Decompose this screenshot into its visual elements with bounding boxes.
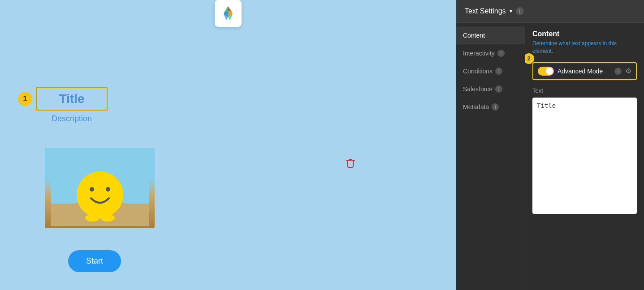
sidebar: Text Settings ▾ i Content Interactivity … xyxy=(456,0,644,290)
svg-marker-0 xyxy=(228,6,232,12)
desc-plain-text: Determine what text appears in xyxy=(532,40,608,47)
advanced-mode-row: Advanced Mode i ⚙ xyxy=(532,62,637,80)
settings-info-icon[interactable]: i xyxy=(516,7,524,15)
text-input[interactable] xyxy=(532,98,637,214)
sidebar-item-label: Metadata xyxy=(463,103,489,111)
desc-end-text: . xyxy=(552,48,553,54)
info-icon: i xyxy=(495,85,502,93)
svg-point-9 xyxy=(77,171,123,218)
svg-point-10 xyxy=(90,187,94,192)
sidebar-item-label: Interactivity xyxy=(463,50,495,57)
svg-point-12 xyxy=(85,214,99,222)
top-bar xyxy=(0,0,456,27)
sidebar-header: Text Settings ▾ i xyxy=(456,0,644,23)
chevron-down-icon[interactable]: ▾ xyxy=(510,8,512,14)
nav-panel: Content Interactivity i Conditions i Sal… xyxy=(456,23,525,290)
content-panel: Content Determine what text appears in t… xyxy=(525,23,644,290)
sidebar-item-label: Conditions xyxy=(463,68,493,75)
sidebar-item-salesforce[interactable]: Salesforce i xyxy=(456,80,525,98)
sidebar-item-interactivity[interactable]: Interactivity i xyxy=(456,44,525,62)
info-icon: i xyxy=(497,50,505,57)
title-element-container: 1 Title Description xyxy=(36,87,108,124)
titan-logo xyxy=(215,0,242,27)
delete-icon[interactable] xyxy=(344,157,357,169)
svg-point-11 xyxy=(106,187,110,192)
info-icon: i xyxy=(495,68,502,75)
sidebar-item-label: Content xyxy=(463,32,485,39)
content-panel-description: Determine what text appears in this elem… xyxy=(532,40,637,55)
start-button[interactable]: Start xyxy=(68,250,121,272)
description-text: Description xyxy=(36,114,108,124)
info-icon: i xyxy=(492,103,499,111)
badge-1: 1 xyxy=(18,92,32,106)
sidebar-item-content[interactable]: Content xyxy=(456,26,525,44)
sidebar-item-metadata[interactable]: Metadata i xyxy=(456,98,525,116)
advanced-mode-info-icon[interactable]: i xyxy=(614,68,622,75)
sidebar-header-title: Text Settings xyxy=(465,7,506,15)
sidebar-item-label: Salesforce xyxy=(463,85,493,93)
svg-point-13 xyxy=(100,214,115,222)
gear-icon[interactable]: ⚙ xyxy=(625,67,631,75)
content-panel-title: Content xyxy=(532,30,637,38)
title-text-element[interactable]: Title xyxy=(36,87,108,111)
sidebar-body: Content Interactivity i Conditions i Sal… xyxy=(456,23,644,290)
advanced-mode-label: Advanced Mode xyxy=(558,68,611,75)
advanced-mode-toggle[interactable] xyxy=(538,67,554,76)
canvas-area: 1 Title Description Start xyxy=(0,0,456,290)
smiley-image xyxy=(45,148,155,228)
svg-marker-1 xyxy=(225,6,228,12)
text-label: Text xyxy=(532,87,637,94)
sidebar-item-conditions[interactable]: Conditions i xyxy=(456,62,525,80)
